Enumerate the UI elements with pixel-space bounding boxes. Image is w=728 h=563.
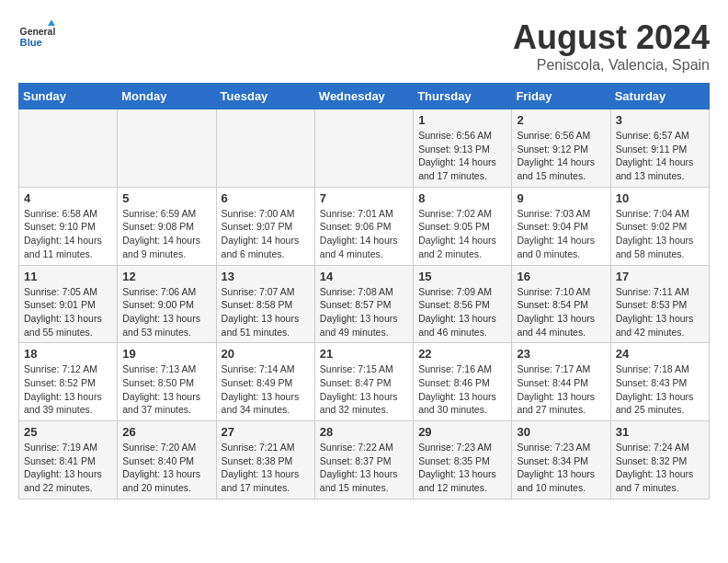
day-number: 18 [24, 347, 112, 361]
day-info: Sunrise: 7:08 AM Sunset: 8:57 PM Dayligh… [320, 285, 408, 339]
day-number: 6 [222, 191, 310, 205]
weekday-header-friday: Friday [512, 84, 610, 109]
title-block: August 2024 Peniscola, Valencia, Spain [513, 18, 710, 74]
week-row-4: 18Sunrise: 7:12 AM Sunset: 8:52 PM Dayli… [19, 343, 710, 421]
day-number: 26 [122, 425, 210, 439]
day-number: 23 [517, 347, 605, 361]
calendar-cell: 11Sunrise: 7:05 AM Sunset: 9:01 PM Dayli… [19, 265, 118, 343]
day-number: 13 [222, 270, 310, 283]
svg-text:Blue: Blue [20, 37, 42, 48]
calendar-cell: 24Sunrise: 7:18 AM Sunset: 8:43 PM Dayli… [610, 343, 709, 421]
day-info: Sunrise: 7:03 AM Sunset: 9:04 PM Dayligh… [517, 207, 605, 261]
day-info: Sunrise: 7:01 AM Sunset: 9:06 PM Dayligh… [320, 207, 408, 261]
calendar-cell: 15Sunrise: 7:09 AM Sunset: 8:56 PM Dayli… [414, 265, 512, 343]
day-number: 31 [616, 425, 704, 439]
calendar-cell [216, 109, 314, 188]
calendar-cell: 1Sunrise: 6:56 AM Sunset: 9:13 PM Daylig… [414, 109, 512, 188]
day-number: 3 [616, 113, 704, 127]
day-info: Sunrise: 7:21 AM Sunset: 8:38 PM Dayligh… [222, 441, 310, 495]
calendar-cell: 25Sunrise: 7:19 AM Sunset: 8:41 PM Dayli… [19, 421, 118, 500]
day-info: Sunrise: 6:59 AM Sunset: 9:08 PM Dayligh… [122, 207, 210, 261]
calendar-cell: 12Sunrise: 7:06 AM Sunset: 9:00 PM Dayli… [118, 265, 216, 343]
day-number: 30 [517, 425, 605, 439]
day-info: Sunrise: 7:20 AM Sunset: 8:40 PM Dayligh… [122, 441, 210, 495]
day-info: Sunrise: 7:12 AM Sunset: 8:52 PM Dayligh… [24, 362, 112, 417]
weekday-header-wednesday: Wednesday [314, 84, 413, 109]
day-number: 17 [616, 270, 704, 283]
day-info: Sunrise: 7:15 AM Sunset: 8:47 PM Dayligh… [320, 362, 408, 417]
weekday-header-sunday: Sunday [19, 84, 118, 109]
location-subtitle: Peniscola, Valencia, Spain [513, 57, 710, 74]
day-number: 12 [122, 270, 210, 283]
day-number: 27 [222, 425, 310, 439]
logo-icon: General Blue [18, 18, 55, 55]
weekday-header-saturday: Saturday [610, 84, 709, 109]
calendar-cell [314, 109, 413, 188]
month-title: August 2024 [513, 18, 710, 57]
day-number: 9 [517, 191, 605, 205]
day-info: Sunrise: 7:14 AM Sunset: 8:49 PM Dayligh… [222, 362, 310, 417]
day-info: Sunrise: 7:06 AM Sunset: 9:00 PM Dayligh… [122, 285, 210, 339]
calendar-cell [118, 109, 216, 188]
calendar-cell: 14Sunrise: 7:08 AM Sunset: 8:57 PM Dayli… [314, 265, 413, 343]
svg-marker-2 [48, 20, 55, 26]
day-number: 16 [517, 270, 605, 283]
page-header: General Blue August 2024 Peniscola, Vale… [18, 18, 710, 74]
calendar-cell: 22Sunrise: 7:16 AM Sunset: 8:46 PM Dayli… [414, 343, 512, 421]
day-number: 29 [418, 425, 506, 439]
calendar-cell: 21Sunrise: 7:15 AM Sunset: 8:47 PM Dayli… [314, 343, 413, 421]
day-info: Sunrise: 6:58 AM Sunset: 9:10 PM Dayligh… [24, 207, 112, 261]
day-number: 10 [616, 191, 704, 205]
day-number: 8 [418, 191, 506, 205]
day-number: 1 [418, 113, 506, 127]
day-info: Sunrise: 6:56 AM Sunset: 9:13 PM Dayligh… [418, 129, 506, 183]
day-info: Sunrise: 7:13 AM Sunset: 8:50 PM Dayligh… [122, 362, 210, 417]
logo: General Blue [18, 18, 59, 55]
calendar-cell: 16Sunrise: 7:10 AM Sunset: 8:54 PM Dayli… [512, 265, 610, 343]
day-info: Sunrise: 7:05 AM Sunset: 9:01 PM Dayligh… [24, 285, 112, 339]
calendar-cell: 8Sunrise: 7:02 AM Sunset: 9:05 PM Daylig… [414, 187, 512, 265]
calendar-cell: 13Sunrise: 7:07 AM Sunset: 8:58 PM Dayli… [216, 265, 314, 343]
calendar-cell: 31Sunrise: 7:24 AM Sunset: 8:32 PM Dayli… [610, 421, 709, 500]
week-row-2: 4Sunrise: 6:58 AM Sunset: 9:10 PM Daylig… [19, 187, 710, 265]
calendar-cell: 27Sunrise: 7:21 AM Sunset: 8:38 PM Dayli… [216, 421, 314, 500]
calendar-cell: 6Sunrise: 7:00 AM Sunset: 9:07 PM Daylig… [216, 187, 314, 265]
calendar-cell: 17Sunrise: 7:11 AM Sunset: 8:53 PM Dayli… [610, 265, 709, 343]
day-info: Sunrise: 7:19 AM Sunset: 8:41 PM Dayligh… [24, 441, 112, 495]
day-info: Sunrise: 7:00 AM Sunset: 9:07 PM Dayligh… [222, 207, 310, 261]
day-info: Sunrise: 7:23 AM Sunset: 8:34 PM Dayligh… [517, 441, 605, 495]
day-number: 5 [122, 191, 210, 205]
day-info: Sunrise: 7:04 AM Sunset: 9:02 PM Dayligh… [616, 207, 704, 261]
day-info: Sunrise: 7:07 AM Sunset: 8:58 PM Dayligh… [222, 285, 310, 339]
week-row-1: 1Sunrise: 6:56 AM Sunset: 9:13 PM Daylig… [19, 109, 710, 188]
day-number: 14 [320, 270, 408, 283]
calendar-cell: 29Sunrise: 7:23 AM Sunset: 8:35 PM Dayli… [414, 421, 512, 500]
day-info: Sunrise: 7:02 AM Sunset: 9:05 PM Dayligh… [418, 207, 506, 261]
day-info: Sunrise: 7:18 AM Sunset: 8:43 PM Dayligh… [616, 362, 704, 417]
day-info: Sunrise: 7:16 AM Sunset: 8:46 PM Dayligh… [418, 362, 506, 417]
weekday-header-monday: Monday [118, 84, 216, 109]
calendar-cell: 23Sunrise: 7:17 AM Sunset: 8:44 PM Dayli… [512, 343, 610, 421]
week-row-3: 11Sunrise: 7:05 AM Sunset: 9:01 PM Dayli… [19, 265, 710, 343]
calendar-cell: 4Sunrise: 6:58 AM Sunset: 9:10 PM Daylig… [19, 187, 118, 265]
day-number: 2 [517, 113, 605, 127]
weekday-header-thursday: Thursday [414, 84, 512, 109]
day-number: 28 [320, 425, 408, 439]
calendar-table: SundayMondayTuesdayWednesdayThursdayFrid… [18, 83, 710, 500]
day-info: Sunrise: 7:23 AM Sunset: 8:35 PM Dayligh… [418, 441, 506, 495]
day-info: Sunrise: 6:56 AM Sunset: 9:12 PM Dayligh… [517, 129, 605, 183]
day-number: 21 [320, 347, 408, 361]
weekday-header-tuesday: Tuesday [216, 84, 314, 109]
day-number: 15 [418, 270, 506, 283]
day-info: Sunrise: 7:11 AM Sunset: 8:53 PM Dayligh… [616, 285, 704, 339]
calendar-cell: 3Sunrise: 6:57 AM Sunset: 9:11 PM Daylig… [610, 109, 709, 188]
calendar-cell: 26Sunrise: 7:20 AM Sunset: 8:40 PM Dayli… [118, 421, 216, 500]
calendar-cell [19, 109, 118, 188]
calendar-cell: 9Sunrise: 7:03 AM Sunset: 9:04 PM Daylig… [512, 187, 610, 265]
day-number: 4 [24, 191, 112, 205]
calendar-cell: 30Sunrise: 7:23 AM Sunset: 8:34 PM Dayli… [512, 421, 610, 500]
calendar-cell: 5Sunrise: 6:59 AM Sunset: 9:08 PM Daylig… [118, 187, 216, 265]
calendar-cell: 18Sunrise: 7:12 AM Sunset: 8:52 PM Dayli… [19, 343, 118, 421]
day-number: 22 [418, 347, 506, 361]
calendar-cell: 10Sunrise: 7:04 AM Sunset: 9:02 PM Dayli… [610, 187, 709, 265]
